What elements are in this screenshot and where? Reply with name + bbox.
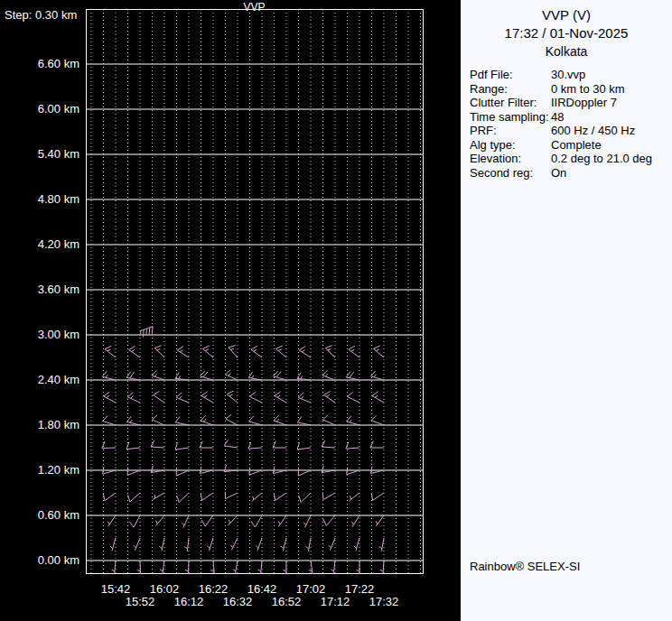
wind-barb <box>229 346 238 357</box>
wind-barb <box>107 515 116 526</box>
x-axis-label: 16:32 <box>218 595 257 608</box>
wind-barb <box>129 347 140 358</box>
wind-barb <box>379 538 384 551</box>
wind-barb <box>322 370 335 380</box>
wind-barb <box>309 561 313 574</box>
field-key: Alg type: <box>470 138 551 153</box>
wind-barb <box>331 561 335 574</box>
wind-barb <box>250 392 263 403</box>
field-value: 0 km to 30 km <box>551 82 672 97</box>
wind-barb <box>103 493 116 501</box>
x-axis-label: 16:52 <box>266 595 306 608</box>
field-value: IIRDoppler 7 <box>551 96 672 110</box>
wind-barb <box>184 538 189 551</box>
site-name: Kolkata <box>461 42 672 60</box>
wind-barb <box>102 441 116 448</box>
wind-barb <box>225 492 238 499</box>
field-row-elevation: Elevation: 0.2 deg to 21.0 deg <box>470 152 672 166</box>
wind-barb <box>105 346 116 357</box>
wind-barb <box>380 561 384 574</box>
wind-barb <box>251 346 262 357</box>
wind-barb <box>274 493 286 500</box>
wind-barb <box>103 416 116 426</box>
wind-barb <box>349 493 359 501</box>
y-axis-label: 1.80 km <box>4 418 79 431</box>
panel-header: VVP (V) 17:32 / 01-Nov-2025 Kolkata <box>461 0 672 60</box>
wind-barb <box>176 468 189 476</box>
field-key: Time sampling: <box>470 110 551 125</box>
field-row-clutter-filter: Clutter Filter: IIRDoppler 7 <box>470 96 672 110</box>
wind-barb <box>325 346 335 357</box>
wind-barb <box>370 441 384 448</box>
wind-barb <box>185 561 189 574</box>
wind-barb <box>298 468 311 476</box>
wind-barb <box>177 347 189 357</box>
wind-barb <box>201 392 213 403</box>
wind-barb <box>112 561 117 574</box>
wind-barb <box>252 493 263 502</box>
wind-barb <box>248 372 262 380</box>
wind-barb <box>129 515 140 527</box>
wind-barb <box>225 370 238 380</box>
wind-barb <box>371 415 384 425</box>
wind-barb <box>224 440 238 448</box>
y-axis-label: 4.80 km <box>4 192 79 206</box>
wind-barb <box>159 538 164 551</box>
wind-barb <box>347 468 359 475</box>
wind-barb <box>160 561 164 574</box>
wind-barb <box>298 393 311 403</box>
wind-barb <box>348 392 360 403</box>
wind-barb-chart <box>0 0 461 621</box>
wind-barb <box>151 440 164 448</box>
wind-barb <box>110 538 116 551</box>
field-value: 600 Hz / 450 Hz <box>551 124 672 138</box>
x-axis-label: 16:22 <box>193 582 233 596</box>
y-axis-label: 4.20 km <box>4 237 79 251</box>
field-key: Clutter Filter: <box>470 96 551 110</box>
wind-barb <box>346 372 359 381</box>
x-axis-label: 16:12 <box>169 595 209 608</box>
wind-barb <box>281 538 286 551</box>
field-value: 48 <box>551 110 672 125</box>
wind-barb <box>233 561 238 574</box>
wind-barb <box>207 538 213 551</box>
field-row-time-sampling: Time sampling: 48 <box>470 110 672 125</box>
wind-barb <box>322 440 335 448</box>
wind-barb <box>126 442 140 450</box>
wind-barb <box>155 515 164 526</box>
wind-barb <box>258 561 263 574</box>
info-panel: VVP (V) 17:32 / 01-Nov-2025 Kolkata Pdf … <box>461 0 672 621</box>
y-axis-label: 3.60 km <box>4 283 79 296</box>
wind-barb <box>322 493 335 500</box>
wind-barb <box>128 493 140 502</box>
wind-barb <box>201 415 213 425</box>
wind-barb <box>201 371 213 380</box>
wind-barb <box>299 493 311 502</box>
wind-barb <box>274 415 286 425</box>
wind-barb <box>299 347 311 357</box>
x-axis-label: 17:22 <box>340 582 379 596</box>
wind-barb <box>322 466 335 473</box>
wind-barb <box>140 327 153 338</box>
field-key: Elevation: <box>470 152 551 166</box>
field-value: 30.vvp <box>551 68 672 82</box>
product-title: VVP (V) <box>461 6 672 24</box>
y-axis-label: 6.00 km <box>4 102 79 116</box>
wind-barb <box>297 442 311 450</box>
plot-border <box>87 10 424 574</box>
wind-barb <box>127 468 140 476</box>
product-parameters: Pdf File: 30.vvp Range: 0 km to 30 km Cl… <box>470 68 672 180</box>
y-axis-label: 5.40 km <box>4 147 79 161</box>
wind-barb <box>283 561 286 574</box>
wind-barb <box>201 515 213 526</box>
wind-barb <box>154 346 164 357</box>
y-axis-label: 2.40 km <box>4 373 79 386</box>
wind-barb <box>203 346 214 357</box>
wind-barb <box>134 538 140 551</box>
wind-barb <box>152 370 164 380</box>
wind-barb <box>346 442 359 450</box>
field-row-range: Range: 0 km to 30 km <box>470 82 672 97</box>
wind-barb <box>275 392 286 403</box>
wind-barb <box>274 371 286 380</box>
y-axis-label: 6.60 km <box>4 57 79 70</box>
